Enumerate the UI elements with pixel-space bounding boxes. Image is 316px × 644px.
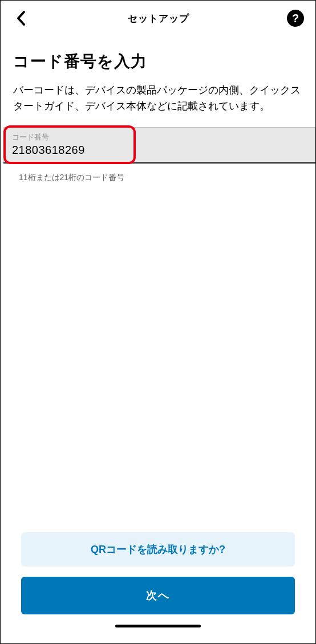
input-wrapper: コード番号 21803618269 [1, 127, 315, 162]
code-input[interactable]: コード番号 21803618269 [3, 127, 315, 162]
input-label: コード番号 [12, 132, 307, 142]
home-indicator [115, 625, 201, 627]
header-bar: セットアップ ? [1, 1, 315, 34]
chevron-left-icon [16, 10, 26, 26]
input-underline [3, 162, 315, 164]
page-title: コード番号を入力 [13, 51, 303, 72]
back-button[interactable] [12, 9, 30, 27]
input-value: 21803618269 [12, 144, 307, 157]
main-content: コード番号を入力 バーコードは、デバイスの製品パッケージの内側、クイックスタート… [1, 34, 315, 532]
qr-scan-button[interactable]: QRコードを読み取りますか? [21, 532, 295, 566]
header-title: セットアップ [128, 12, 189, 25]
footer-actions: QRコードを読み取りますか? 次へ [1, 532, 315, 643]
next-button[interactable]: 次へ [21, 577, 295, 614]
input-helper-text: 11桁または21桁のコード番号 [13, 173, 303, 183]
page-description: バーコードは、デバイスの製品パッケージの内側、クイックスタートガイド、デバイス本… [13, 83, 303, 115]
question-mark-icon: ? [292, 12, 299, 25]
spacer [13, 183, 303, 532]
help-button[interactable]: ? [287, 10, 304, 27]
